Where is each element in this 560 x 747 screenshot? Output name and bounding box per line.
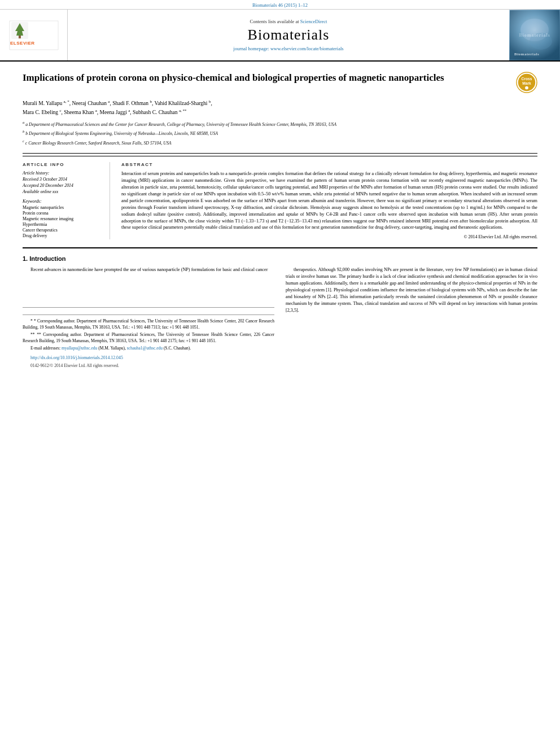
affiliations: a a Department of Pharmaceutical Science…: [23, 120, 537, 147]
page: Biomaterials 46 (2015) 1–12 ELSEVIER Con…: [0, 0, 560, 387]
affiliation-a: a a Department of Pharmaceutical Science…: [23, 120, 537, 128]
intro-para-right: therapeutics. Although 92,000 studies in…: [286, 267, 537, 313]
homepage-url[interactable]: www.elsevier.com/locate/biomaterials: [270, 46, 344, 51]
divider-1: [23, 153, 537, 154]
svg-text:Cross: Cross: [522, 77, 532, 81]
footnote-star1: * * Corresponding author. Department of …: [23, 318, 274, 330]
article-info-heading: ARTICLE INFO: [23, 162, 103, 167]
footnote-emails: E-mail addresses: myallapu@uthsc.edu (M.…: [23, 346, 274, 352]
article-title-section: Implications of protein corona on physic…: [23, 72, 537, 93]
svg-point-7: [530, 33, 552, 50]
history-label: Article history:: [23, 171, 103, 176]
footnotes: * * Corresponding author. Department of …: [23, 314, 274, 369]
abstract-text: Interaction of serum proteins and nanopa…: [121, 171, 537, 231]
affiliation-b: b b Department of Biological Systems Eng…: [23, 129, 537, 137]
sciencedirect-link[interactable]: ScienceDirect: [300, 19, 327, 24]
email2-link[interactable]: schauha1@uthsc.edu: [127, 346, 163, 351]
journal-title: Biomaterials: [248, 27, 330, 43]
svg-text:Biomaterials: Biomaterials: [514, 52, 539, 56]
doi-line[interactable]: http://dx.doi.org/10.1016/j.biomaterials…: [23, 355, 274, 361]
authors-text-2: Mara C. Ebeling c, Sheema Khan a, Meena …: [23, 110, 187, 115]
keywords-label: Keywords:: [23, 199, 103, 204]
journal-cover-area: Biomaterials Biomaterials: [509, 10, 560, 60]
copyright-line: © 2014 Elsevier Ltd. All rights reserved…: [121, 234, 537, 239]
authors-text: Murali M. Yallapu a, *, Neeraj Chauhan a…: [23, 101, 212, 106]
keyword-2: Magnetic resonance imaging: [23, 216, 103, 221]
footnotes-area: * * Corresponding author. Department of …: [23, 307, 274, 369]
article-content: Implications of protein corona on physic…: [0, 62, 560, 387]
intro-col-right: therapeutics. Although 92,000 studies in…: [286, 267, 537, 370]
journal-header: ELSEVIER Contents lists available at Sci…: [0, 10, 560, 62]
article-info-abstract-section: ARTICLE INFO Article history: Received 3…: [23, 156, 537, 239]
section-number: 1.: [23, 255, 28, 262]
section-title: 1. Introduction: [23, 255, 537, 262]
available-online: Available online xxx: [23, 189, 103, 194]
publisher-logo-area: ELSEVIER: [0, 10, 68, 60]
svg-rect-3: [19, 36, 21, 38]
article-history: Article history: Received 3 October 2014…: [23, 171, 103, 194]
accepted-date: Accepted 20 December 2014: [23, 183, 103, 188]
received-date: Received 3 October 2014: [23, 177, 103, 182]
section-name: Introduction: [29, 255, 65, 262]
keyword-1: Protein corona: [23, 211, 103, 216]
abstract-heading: ABSTRACT: [121, 162, 537, 167]
article-title: Implications of protein corona on physic…: [23, 72, 507, 84]
journal-citation-bar: Biomaterials 46 (2015) 1–12: [0, 0, 560, 10]
elsevier-logo-icon: ELSEVIER: [8, 20, 59, 51]
keywords-list: Magnetic nanoparticles Protein corona Ma…: [23, 205, 103, 238]
introduction-section: 1. Introduction Recent advances in nanom…: [23, 247, 537, 370]
keyword-3: Hyperthermia: [23, 222, 103, 227]
intro-body: Recent advances in nanomedicine have pro…: [23, 267, 537, 370]
abstract-column: ABSTRACT Interaction of serum proteins a…: [121, 162, 537, 239]
crossmark-badge-icon[interactable]: Cross Mark: [516, 72, 537, 93]
keyword-4: Cancer therapeutics: [23, 228, 103, 233]
keyword-0: Magnetic nanoparticles: [23, 205, 103, 210]
journal-homepage-line: journal homepage: www.elsevier.com/locat…: [233, 46, 343, 51]
keyword-5: Drug delivery: [23, 233, 103, 238]
footnote-divider: [23, 307, 274, 308]
journal-citation: Biomaterials 46 (2015) 1–12: [252, 2, 308, 8]
article-info-column: ARTICLE INFO Article history: Received 3…: [23, 162, 110, 239]
authors-line: Murali M. Yallapu a, *, Neeraj Chauhan a…: [23, 99, 537, 116]
affiliation-c: c c Cancer Biology Research Center, Sanf…: [23, 138, 537, 147]
intro-col-left: Recent advances in nanomedicine have pro…: [23, 267, 274, 370]
contents-available-line: Contents lists available at ScienceDirec…: [250, 19, 327, 24]
footnote-star2: ** ** Corresponding author. Department o…: [23, 332, 274, 344]
intro-para-left: Recent advances in nanomedicine have pro…: [23, 267, 274, 273]
svg-point-13: [525, 86, 528, 90]
journal-info-center: Contents lists available at ScienceDirec…: [68, 10, 509, 60]
svg-text:ELSEVIER: ELSEVIER: [10, 41, 35, 46]
keywords-section: Keywords: Magnetic nanoparticles Protein…: [23, 199, 103, 238]
cover-decoration-icon: Biomaterials: [510, 10, 559, 60]
journal-cover-image: Biomaterials Biomaterials: [509, 10, 560, 60]
issn-line: 0142-9612/© 2014 Elsevier Ltd. All right…: [23, 363, 274, 369]
email1-link[interactable]: myallapu@uthsc.edu: [62, 346, 97, 351]
svg-text:Mark: Mark: [522, 81, 531, 85]
